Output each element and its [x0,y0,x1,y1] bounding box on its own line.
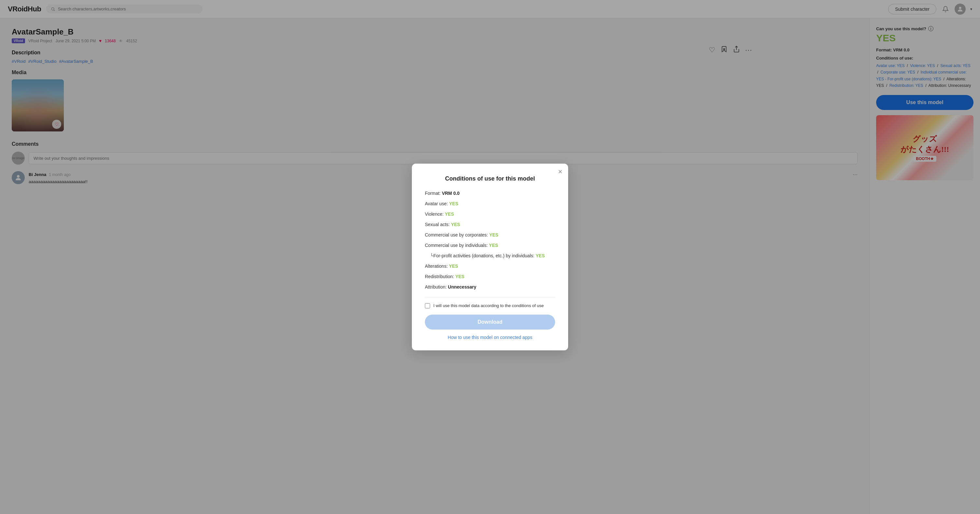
connected-apps-link[interactable]: How to use this model on connected apps [448,335,532,340]
modal-title: Conditions of use for this model [425,175,555,182]
modal-link-row: How to use this model on connected apps [425,335,555,340]
modal-row-corporate: Commercial use by corporates: YES [425,232,555,238]
modal-row-violence: Violence: YES [425,211,555,217]
modal-row-attribution: Attribution: Unnecessary [425,284,555,290]
download-button[interactable]: Download [425,314,555,330]
conditions-checkbox[interactable] [425,303,430,308]
conditions-modal: × Conditions of use for this model Forma… [412,163,568,351]
modal-divider [425,297,555,297]
modal-row-avatar: Avatar use: YES [425,200,555,207]
modal-close-button[interactable]: × [558,168,562,175]
modal-row-sexual: Sexual acts: YES [425,221,555,228]
modal-overlay[interactable]: × Conditions of use for this model Forma… [0,0,980,514]
modal-row-individual: Commercial use by individuals: YES [425,242,555,249]
conditions-checkbox-label[interactable]: I will use this model data according to … [433,303,544,309]
modal-row-redistribution: Redistribution: YES [425,273,555,280]
modal-row-forprofit: └For-profit activities (donations, etc.)… [425,252,555,259]
modal-row-alterations: Alterations: YES [425,263,555,270]
modal-row-format: Format: VRM 0.0 [425,190,555,197]
modal-checkbox-row: I will use this model data according to … [425,303,555,309]
